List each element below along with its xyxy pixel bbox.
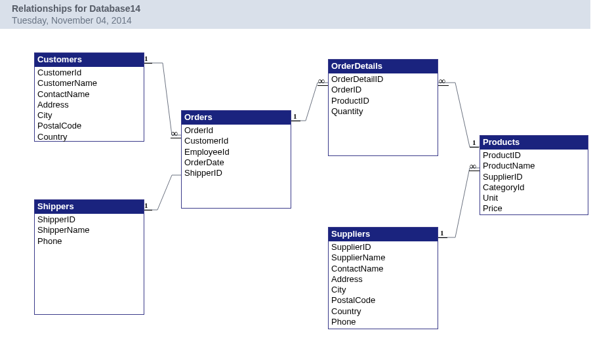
field-name: OrderDate (184, 157, 288, 168)
cardinality-underline (438, 237, 447, 238)
field-name: ShipperName (37, 225, 141, 235)
cardinality-many: ∞ (318, 77, 325, 86)
field-name: SupplierName (331, 253, 435, 263)
cardinality-underline (438, 85, 449, 86)
field-name: ShipperID (184, 168, 288, 178)
field-name: Country (331, 306, 435, 317)
cardinality-one: 1 (440, 230, 444, 237)
table-fields: ShipperID ShipperName Phone (35, 214, 144, 248)
cardinality-underline (317, 85, 328, 86)
field-name: SupplierID (483, 172, 585, 182)
field-name: CustomerId (184, 136, 288, 146)
table-orderdetails[interactable]: OrderDetails OrderDetailID OrderID Produ… (328, 59, 438, 156)
field-name: City (37, 110, 141, 121)
field-name: PostalCode (331, 295, 435, 306)
cardinality-one: 1 (144, 202, 148, 209)
table-suppliers[interactable]: Suppliers SupplierID SupplierName Contac… (328, 227, 438, 329)
cardinality-underline (143, 63, 152, 64)
table-orders[interactable]: Orders OrderId CustomerId EmployeeId Ord… (181, 110, 291, 209)
table-fields: OrderDetailID OrderID ProductID Quantity (329, 73, 438, 118)
table-title: OrderDetails (329, 60, 438, 73)
table-title: Suppliers (329, 228, 438, 241)
cardinality-underline (171, 138, 181, 138)
field-name: OrderDetailID (331, 74, 435, 85)
cardinality-underline (143, 210, 152, 211)
field-name: PostalCode (37, 121, 141, 131)
field-name: Phone (37, 236, 141, 247)
cardinality-underline (469, 171, 480, 171)
diagram-canvas: Relationships for Database14 Tuesday, No… (0, 0, 593, 364)
table-title: Customers (35, 53, 144, 67)
cardinality-one: 1 (472, 139, 476, 146)
field-name: ProductID (483, 150, 585, 161)
table-title: Shippers (35, 200, 144, 214)
field-name: Unit (483, 193, 585, 203)
field-name: SupplierID (331, 242, 435, 253)
cardinality-many: ∞ (439, 77, 445, 86)
field-name: ProductID (331, 96, 435, 106)
table-fields: OrderId CustomerId EmployeeId OrderDate … (182, 125, 291, 180)
table-fields: ProductID ProductName SupplierID Categor… (480, 150, 588, 216)
header-bar: Relationships for Database14 Tuesday, No… (0, 0, 590, 29)
table-products[interactable]: Products ProductID ProductName SupplierI… (480, 135, 588, 215)
field-name: CustomerName (37, 78, 141, 89)
cardinality-underline (470, 147, 479, 148)
table-title: Products (480, 136, 588, 150)
field-name: OrderId (184, 125, 288, 136)
field-name: EmployeeId (184, 147, 288, 157)
field-name: ContactName (331, 264, 435, 274)
page-date: Tuesday, November 04, 2014 (12, 14, 586, 26)
cardinality-underline (291, 121, 300, 121)
table-customers[interactable]: Customers CustomerId CustomerName Contac… (34, 52, 144, 142)
field-name: Price (483, 203, 585, 214)
table-shippers[interactable]: Shippers ShipperID ShipperName Phone (34, 199, 144, 315)
field-name: Quantity (331, 106, 435, 117)
field-name: CustomerId (37, 68, 141, 78)
table-title: Orders (182, 111, 291, 125)
table-fields: SupplierID SupplierName ContactName Addr… (329, 241, 438, 329)
field-name: Address (331, 274, 435, 285)
cardinality-one: 1 (144, 55, 148, 62)
field-name: Country (37, 132, 141, 142)
page-title: Relationships for Database14 (12, 3, 586, 14)
cardinality-many: ∞ (470, 162, 476, 171)
field-name: ShipperID (37, 214, 141, 225)
field-name: OrderID (331, 85, 435, 95)
table-fields: CustomerId CustomerName ContactName Addr… (35, 67, 144, 144)
field-name: ProductName (483, 161, 585, 171)
field-name: Address (37, 100, 141, 110)
cardinality-one: 1 (293, 113, 297, 120)
field-name: ContactName (37, 89, 141, 100)
field-name: City (331, 285, 435, 295)
field-name: CategoryId (483, 182, 585, 193)
field-name: Phone (331, 317, 435, 327)
cardinality-many: ∞ (171, 129, 178, 138)
